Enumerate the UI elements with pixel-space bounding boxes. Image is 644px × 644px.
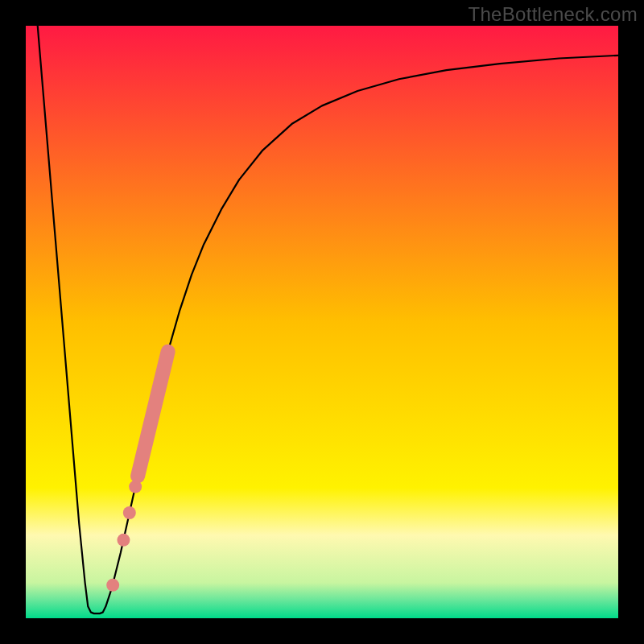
tested-dots-dot bbox=[117, 534, 130, 547]
tested-dots-dot bbox=[106, 579, 119, 592]
bottleneck-chart bbox=[0, 0, 644, 644]
frame-bottom bbox=[0, 618, 644, 644]
plot-background bbox=[26, 26, 618, 618]
watermark-text: TheBottleneck.com bbox=[468, 3, 638, 26]
chart-container: TheBottleneck.com bbox=[0, 0, 644, 644]
frame-right bbox=[618, 0, 644, 644]
tested-dots-dot bbox=[123, 506, 136, 519]
frame-left bbox=[0, 0, 26, 644]
